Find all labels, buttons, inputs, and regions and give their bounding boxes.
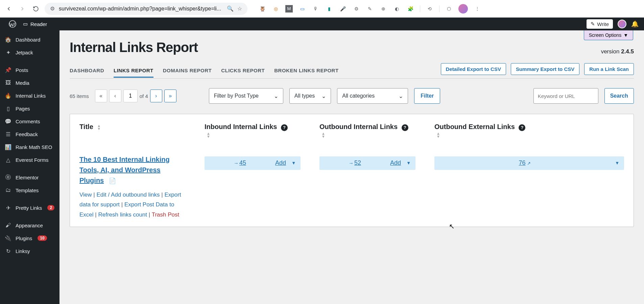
outbound-internal-count-link[interactable]: 52 — [354, 159, 361, 166]
tab-clicks-report[interactable]: CLICKS REPORT — [221, 64, 265, 78]
pagination: « ‹ of 4 › » — [95, 90, 176, 102]
page-input[interactable] — [123, 90, 138, 102]
sidebar-item-label: Everest Forms — [16, 157, 49, 163]
extension-icon[interactable]: ⬡ — [445, 5, 453, 13]
screen-options-label: Screen Options — [589, 32, 622, 38]
sidebar-item-linksy[interactable]: ↻Linksy — [0, 245, 59, 257]
help-icon[interactable]: ? — [402, 124, 408, 131]
flame-icon: 🔥 — [5, 92, 11, 99]
arrow-right-icon: → — [234, 160, 239, 166]
tab-dashboard[interactable]: DASHBOARD — [70, 64, 104, 78]
reload-button[interactable] — [31, 4, 41, 14]
extension-icon[interactable]: ◐ — [393, 5, 401, 13]
extension-icon[interactable]: ⊕ — [379, 5, 387, 13]
trash-link[interactable]: Trash Post — [152, 211, 180, 218]
dropdown-icon[interactable]: ▼ — [291, 160, 296, 166]
profile-avatar[interactable] — [458, 4, 468, 14]
filter-bar: 65 items « ‹ of 4 › » Filter by Post Typ… — [70, 88, 634, 104]
search-button[interactable]: Search — [604, 88, 634, 104]
run-link-scan-button[interactable]: Run a Link Scan — [584, 63, 634, 75]
sidebar-item-comments[interactable]: 💬Comments — [0, 115, 59, 128]
sidebar-item-label: Media — [16, 80, 29, 86]
filter-button[interactable]: Filter — [414, 88, 440, 104]
zoom-icon[interactable]: 🔍 — [227, 6, 233, 12]
extension-icon[interactable]: ▮ — [325, 5, 333, 13]
sidebar-item-plugins[interactable]: 🔌Plugins10 — [0, 232, 59, 245]
chrome-menu-icon[interactable]: ⋮ — [473, 5, 481, 13]
forward-button[interactable] — [18, 4, 27, 14]
site-settings-icon[interactable]: ⚙ — [49, 6, 55, 12]
page-first-button[interactable]: « — [95, 90, 107, 102]
col-outbound-external[interactable]: Outbound External Links ? ▲▼ — [425, 114, 634, 148]
address-bar[interactable]: ⚙ survivezeal.com/wp-admin/admin.php?pag… — [45, 3, 247, 15]
reader-link[interactable]: ▭ Reader — [20, 21, 50, 27]
tab-broken-links-report[interactable]: BROKEN LINKS REPORT — [274, 64, 338, 78]
dropdown-icon[interactable]: ▼ — [615, 160, 619, 166]
page-prev-button[interactable]: ‹ — [109, 90, 121, 102]
extension-icon[interactable]: 🎙 — [312, 5, 320, 13]
tab-domains-report[interactable]: DOMAINS REPORT — [163, 64, 212, 78]
outbound-external-count-link[interactable]: 76 — [519, 159, 526, 166]
add-outbound-link[interactable]: Add — [390, 159, 401, 167]
categories-select[interactable]: All categories ⌄ — [337, 88, 408, 104]
sidebar-item-dashboard[interactable]: 🏠Dashboard — [0, 33, 59, 46]
refresh-link[interactable]: Refresh links count — [98, 211, 147, 218]
extension-icon[interactable]: ⚙ — [352, 5, 360, 13]
external-link-icon: ↗ — [527, 161, 531, 166]
user-avatar[interactable] — [618, 20, 626, 28]
bookmark-star-icon[interactable]: ☆ — [237, 6, 243, 12]
count-badge: 2 — [47, 205, 54, 210]
notifications-icon[interactable]: 🔔 — [631, 20, 639, 28]
sidebar-item-pages[interactable]: ▯Pages — [0, 102, 59, 115]
post-type-select[interactable]: Filter by Post Type ⌄ — [209, 88, 283, 104]
search-input[interactable] — [533, 88, 598, 104]
outbound-internal-cell: →52 Add ▼ — [319, 156, 415, 170]
table-row: The 10 Best Internal Linking Tools, AI, … — [70, 148, 634, 227]
sidebar-item-internal-links[interactable]: 🔥Internal Links — [0, 89, 59, 102]
page-last-button[interactable]: » — [164, 90, 176, 102]
screen-options-toggle[interactable]: Screen Options ▼ — [584, 30, 633, 40]
all-types-select[interactable]: All types ⌄ — [289, 88, 331, 104]
dropdown-icon[interactable]: ▼ — [406, 160, 411, 166]
extension-icon[interactable]: M — [285, 5, 293, 12]
add-inbound-link[interactable]: Add — [275, 159, 286, 167]
sidebar-item-posts[interactable]: 📌Posts — [0, 64, 59, 76]
extension-icon[interactable]: ▭ — [298, 5, 306, 13]
view-link[interactable]: View — [79, 192, 92, 198]
extension-icon[interactable]: ✎ — [366, 5, 374, 13]
extension-icon[interactable]: 🦉 — [258, 5, 266, 13]
col-title[interactable]: Title ▲▼ — [70, 114, 195, 148]
col-inbound[interactable]: Inbound Internal Links ? ▲▼ — [195, 114, 310, 148]
sidebar-item-everest[interactable]: △Everest Forms — [0, 153, 59, 166]
summary-export-button[interactable]: Summary Export to CSV — [511, 63, 579, 75]
sidebar-item-prettylinks[interactable]: ✈Pretty Links2 — [0, 201, 59, 214]
detailed-export-button[interactable]: Detailed Export to CSV — [441, 63, 506, 75]
browser-toolbar: ⚙ survivezeal.com/wp-admin/admin.php?pag… — [0, 0, 644, 18]
help-icon[interactable]: ? — [519, 124, 525, 131]
back-button[interactable] — [4, 4, 14, 14]
report-tabs: DASHBOARD LINKS REPORT DOMAINS REPORT CL… — [70, 63, 634, 79]
page-next-button[interactable]: › — [150, 90, 162, 102]
tab-links-report[interactable]: LINKS REPORT — [114, 64, 153, 78]
sidebar-item-jetpack[interactable]: ✦Jetpack — [0, 46, 59, 59]
sidebar-item-label: Pages — [16, 106, 30, 111]
help-icon[interactable]: ? — [281, 124, 288, 131]
sidebar-item-label: Appearance — [16, 223, 43, 228]
post-title-link[interactable]: The 10 Best Internal Linking Tools, AI, … — [79, 156, 170, 184]
extension-icon[interactable]: ◎ — [272, 5, 280, 13]
sidebar-item-appearance[interactable]: 🖌Appearance — [0, 219, 59, 232]
wp-logo[interactable] — [5, 20, 20, 28]
sidebar-item-elementor[interactable]: ⓔElementor — [0, 171, 59, 184]
write-button[interactable]: ✎ Write — [587, 19, 613, 29]
sidebar-item-media[interactable]: 🖼Media — [0, 76, 59, 89]
extension-icon[interactable]: 🎤 — [339, 5, 347, 13]
inbound-count-link[interactable]: 45 — [239, 159, 246, 166]
sidebar-item-feedback[interactable]: ☰Feedback — [0, 128, 59, 141]
sidebar-item-templates[interactable]: 🗂Templates — [0, 184, 59, 197]
col-outbound-internal[interactable]: Outbound Internal Links ? ▲▼ — [310, 114, 425, 148]
extensions-menu-icon[interactable]: 🧩 — [406, 5, 414, 13]
history-icon[interactable]: ⟲ — [426, 5, 434, 13]
edit-link[interactable]: Edit / Add outbound links — [96, 192, 160, 198]
sidebar-item-label: Rank Math SEO — [16, 144, 52, 150]
sidebar-item-rankmath[interactable]: 📊Rank Math SEO — [0, 141, 59, 153]
